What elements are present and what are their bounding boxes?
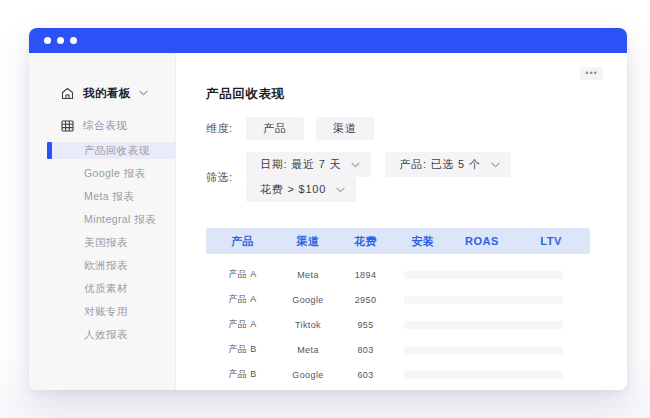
sidebar-item-label: 产品回收表现 — [84, 144, 149, 158]
window-control-dot[interactable] — [57, 37, 64, 44]
cell-channel: Meta — [279, 345, 337, 355]
table-header-row: 产品渠道花费安装ROASLTV — [206, 228, 590, 254]
sidebar-item-label: Meta 报表 — [84, 190, 134, 204]
table-header-cell: 渠道 — [279, 234, 337, 249]
dimension-chips: 产品渠道 — [246, 117, 386, 140]
table-header-cell: ROAS — [452, 235, 512, 247]
sidebar-item[interactable]: Meta 报表 — [29, 185, 175, 208]
cell-spend: 1894 — [337, 270, 394, 280]
table-row: 产品 A Tiktok 955 — [206, 312, 590, 337]
sidebar-item-label: 优质素材 — [84, 282, 128, 296]
sidebar-item-overview[interactable]: 综合表现 — [61, 116, 175, 136]
sidebar-item-label: Google 报表 — [84, 167, 145, 181]
table-row: 产品 B Meta 803 — [206, 337, 590, 362]
cell-spend: 803 — [337, 345, 394, 355]
sidebar-header-my-dashboard[interactable]: 我的看板 — [61, 83, 175, 103]
sidebar-item[interactable]: 对账专用 — [29, 300, 175, 323]
cell-spend: 603 — [337, 370, 394, 380]
table-header-cell: 花费 — [337, 234, 394, 249]
placeholder-bar — [404, 371, 563, 379]
sidebar-item[interactable]: Google 报表 — [29, 162, 175, 185]
filter-dropdown-label: 产品: 已选 5 个 — [399, 157, 480, 172]
cell-product: 产品 B — [206, 368, 279, 381]
home-icon — [61, 87, 74, 100]
sidebar-item-label: 人效报表 — [84, 328, 128, 342]
chevron-down-icon — [139, 90, 148, 96]
filter-dropdown[interactable]: 花费 > $100 — [246, 177, 356, 202]
chevron-down-icon — [351, 162, 360, 168]
sidebar-item-label: 对账专用 — [84, 305, 128, 319]
cell-product: 产品 A — [206, 318, 279, 331]
table-row: 产品 A Meta 1894 — [206, 262, 590, 287]
main-panel: ••• 产品回收表现 维度: 产品渠道 筛选: 日期: 最近 7 天 产品: 已… — [176, 53, 627, 390]
cell-channel: Google — [279, 295, 337, 305]
table-header-cell: 安装 — [394, 234, 452, 249]
window-body: 我的看板 综合表现 — [29, 53, 627, 390]
sidebar-item[interactable]: 人效报表 — [29, 323, 175, 346]
window-control-dot[interactable] — [70, 37, 77, 44]
placeholder-bar — [404, 321, 563, 329]
cell-spend: 2950 — [337, 295, 394, 305]
cell-channel: Google — [279, 370, 337, 380]
table-header-cell: LTV — [512, 235, 590, 247]
sidebar-group-label: 综合表现 — [83, 119, 127, 133]
sidebar-item[interactable]: Mintegral 报表 — [29, 208, 175, 231]
sidebar-list: 产品回收表现 Google 报表 Meta 报表 Mintegral 报表 美国… — [29, 139, 175, 346]
sidebar: 我的看板 综合表现 — [29, 53, 176, 390]
table-header-cell: 产品 — [206, 234, 279, 249]
table-row: 产品 A Google 2950 — [206, 287, 590, 312]
filter-row: 筛选: 日期: 最近 7 天 产品: 已选 5 个 花费 > $100 — [206, 152, 603, 202]
sidebar-item-label: 欧洲报表 — [84, 259, 128, 273]
sidebar-item[interactable]: 优质素材 — [29, 277, 175, 300]
page-canvas: 我的看板 综合表现 — [0, 0, 650, 418]
cell-product: 产品 B — [206, 343, 279, 356]
cell-spend: 955 — [337, 320, 394, 330]
filter-dropdown[interactable]: 日期: 最近 7 天 — [246, 152, 371, 177]
table-row: 产品 B Google 603 — [206, 362, 590, 387]
sidebar-item[interactable]: 美国报表 — [29, 231, 175, 254]
sidebar-item-label: Mintegral 报表 — [84, 213, 156, 227]
filter-dropdowns: 日期: 最近 7 天 产品: 已选 5 个 花费 > $100 — [246, 152, 603, 202]
dimension-label: 维度: — [206, 121, 246, 136]
chevron-down-icon — [491, 162, 500, 168]
window-titlebar — [29, 28, 627, 53]
chevron-down-icon — [336, 187, 345, 193]
sidebar-header-label: 我的看板 — [83, 86, 131, 101]
sidebar-item-label: 美国报表 — [84, 236, 128, 250]
dimension-chip[interactable]: 渠道 — [316, 117, 374, 140]
placeholder-bar — [404, 346, 563, 354]
cell-channel: Tiktok — [279, 320, 337, 330]
sidebar-item[interactable]: 产品回收表现 — [29, 139, 175, 162]
window-control-dot[interactable] — [44, 37, 51, 44]
grid-icon — [61, 120, 74, 132]
filter-dropdown[interactable]: 产品: 已选 5 个 — [385, 152, 510, 177]
placeholder-bar — [404, 271, 563, 279]
placeholder-bar — [404, 296, 563, 304]
more-button[interactable]: ••• — [580, 67, 603, 80]
cell-product: 产品 A — [206, 293, 279, 306]
cell-product: 产品 A — [206, 268, 279, 281]
filter-dropdown-label: 花费 > $100 — [260, 182, 326, 197]
filter-dropdown-label: 日期: 最近 7 天 — [260, 157, 341, 172]
dimension-chip[interactable]: 产品 — [246, 117, 304, 140]
page-title: 产品回收表现 — [206, 86, 603, 103]
app-window: 我的看板 综合表现 — [29, 28, 627, 390]
filter-label: 筛选: — [206, 170, 246, 185]
cell-channel: Meta — [279, 270, 337, 280]
dimension-row: 维度: 产品渠道 — [206, 117, 603, 140]
table-body: 产品 A Meta 1894 产品 A Google 2950 产品 A Tik… — [206, 262, 590, 390]
sidebar-item[interactable]: 欧洲报表 — [29, 254, 175, 277]
data-table: 产品渠道花费安装ROASLTV 产品 A Meta 1894 产品 A Goog… — [206, 228, 590, 390]
